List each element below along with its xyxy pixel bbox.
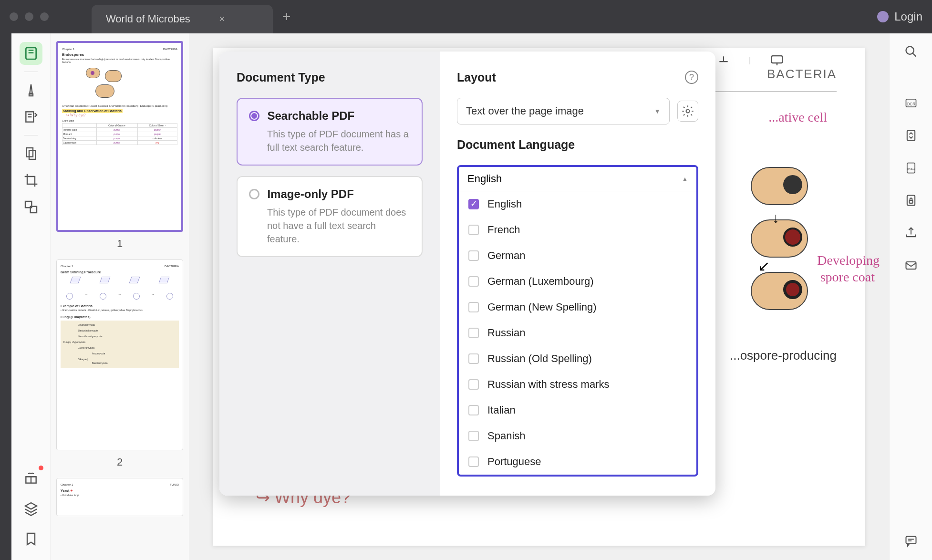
layout-heading: Layout	[457, 71, 698, 84]
page-thumbnail-1[interactable]: Chapter 1BACTERIA Endospores Endospores …	[56, 41, 183, 232]
share-button[interactable]	[901, 223, 921, 242]
language-label: Russian (Old Spelling)	[487, 353, 592, 365]
share-icon	[904, 226, 918, 239]
crop-tool[interactable]	[20, 169, 42, 192]
help-button[interactable]: ?	[685, 71, 698, 84]
book-icon	[23, 46, 39, 61]
layout-select[interactable]: Text over the page image ▼	[457, 98, 670, 124]
language-label: English	[487, 198, 522, 210]
language-option[interactable]: French	[459, 217, 696, 243]
annotate-tool[interactable]	[20, 105, 42, 128]
thumb-number: 1	[56, 238, 183, 250]
page-thumbnail-3[interactable]: Chapter 1FUNGI Yeast ✦ • Unicellular fun…	[56, 478, 183, 516]
highlighter-tool[interactable]	[20, 79, 42, 102]
close-tab-icon[interactable]: ×	[219, 13, 225, 25]
page-category: BACTERIA	[767, 67, 837, 82]
image-only-pdf-option[interactable]: Image-only PDF This type of PDF document…	[237, 176, 423, 257]
language-select-input[interactable]: English ▲	[459, 167, 696, 191]
layout-settings-button[interactable]	[677, 101, 698, 122]
language-option[interactable]: German (Luxembourg)	[459, 269, 696, 294]
page-text: ...ospore-producing	[730, 348, 837, 363]
language-option[interactable]: Russian with stress marks	[459, 372, 696, 397]
compare-tool[interactable]	[20, 196, 42, 218]
language-list[interactable]: EnglishFrenchGermanGerman (Luxembourg)Ge…	[459, 191, 696, 475]
language-dropdown: English ▲ EnglishFrenchGermanGerman (Lux…	[457, 165, 698, 477]
ocr-button[interactable]: OCR	[901, 93, 921, 113]
comment-icon	[904, 534, 918, 548]
thumbnails-panel[interactable]: Chapter 1BACTERIA Endospores Endospores …	[51, 33, 189, 560]
convert-button[interactable]	[901, 126, 921, 145]
language-option[interactable]: Portuguese	[459, 449, 696, 475]
language-option[interactable]: German	[459, 243, 696, 269]
maximize-window-button[interactable]	[40, 12, 49, 21]
svg-rect-16	[906, 537, 916, 544]
divider	[24, 72, 38, 72]
language-option[interactable]: English	[459, 191, 696, 217]
download-icon[interactable]	[717, 54, 730, 67]
language-label: Russian	[487, 327, 525, 339]
language-label: Italian	[487, 404, 516, 416]
reader-tool[interactable]	[20, 42, 42, 65]
pages-tool[interactable]	[20, 142, 42, 165]
convert-icon	[904, 129, 918, 142]
language-label: Russian with stress marks	[487, 378, 610, 391]
svg-rect-17	[772, 56, 783, 63]
thumb-preview: Chapter 1BACTERIA Endospores Endospores …	[58, 43, 181, 150]
svg-rect-10	[907, 131, 914, 141]
checkbox-icon	[468, 225, 479, 235]
svg-rect-15	[906, 262, 916, 269]
bookmark-icon	[23, 531, 39, 547]
crop-icon	[23, 173, 39, 188]
checkbox-icon	[468, 405, 479, 415]
language-label: French	[487, 224, 520, 236]
radio-icon	[249, 189, 259, 199]
layout-value: Text over the page image	[466, 105, 584, 117]
bookmark-tool[interactable]	[20, 528, 42, 550]
compare-icon	[23, 199, 39, 215]
language-option[interactable]: German (New Spelling)	[459, 294, 696, 320]
page-thumbnail-2[interactable]: Chapter 1BACTERIA Gram Staining Procedur…	[56, 259, 183, 450]
annotate-icon	[23, 109, 39, 124]
thumb-preview: Chapter 1FUNGI Yeast ✦ • Unicellular fun…	[57, 478, 183, 501]
presentation-icon[interactable]	[770, 53, 784, 68]
minimize-window-button[interactable]	[25, 12, 33, 21]
document-tab[interactable]: World of Microbes ×	[92, 5, 273, 33]
email-icon	[904, 259, 918, 272]
language-option[interactable]: Spanish	[459, 423, 696, 449]
window-controls	[10, 12, 49, 21]
svg-point-7	[906, 47, 913, 54]
pdfa-button[interactable]: PDF/A	[901, 158, 921, 177]
checkbox-icon	[468, 328, 479, 338]
checkbox-icon	[468, 456, 479, 467]
language-option[interactable]: Russian (Old Spelling)	[459, 346, 696, 372]
annotation: ...ative cell	[768, 110, 827, 125]
checkbox-icon	[468, 302, 479, 312]
language-option[interactable]: Italian	[459, 397, 696, 423]
checkbox-icon	[468, 276, 479, 287]
language-label: Portuguese	[487, 456, 541, 468]
checkbox-icon	[468, 353, 479, 364]
comment-button[interactable]	[901, 531, 921, 550]
login-button[interactable]: Login	[877, 10, 922, 23]
email-button[interactable]	[901, 256, 921, 275]
right-sidebar: OCR PDF/A	[889, 33, 932, 560]
new-tab-button[interactable]: +	[282, 9, 291, 25]
language-label: German	[487, 249, 525, 262]
svg-rect-2	[26, 148, 32, 157]
thumb-number: 2	[56, 456, 183, 468]
radio-icon	[249, 111, 259, 121]
close-window-button[interactable]	[10, 12, 18, 21]
gift-tool[interactable]	[20, 467, 42, 489]
option-title: Image-only PDF	[267, 187, 353, 201]
language-option[interactable]: Russian	[459, 320, 696, 346]
search-button[interactable]	[901, 42, 921, 61]
layers-tool[interactable]	[20, 497, 42, 520]
searchable-pdf-option[interactable]: Searchable PDF This type of PDF document…	[237, 98, 423, 166]
annotation: spore coat	[820, 270, 875, 285]
modal-left-panel: Document Type Searchable PDF This type o…	[219, 52, 440, 496]
left-sidebar	[11, 33, 51, 560]
protect-button[interactable]	[901, 191, 921, 210]
ocr-icon: OCR	[904, 96, 918, 110]
svg-point-18	[686, 110, 690, 113]
highlighter-icon	[23, 83, 39, 98]
